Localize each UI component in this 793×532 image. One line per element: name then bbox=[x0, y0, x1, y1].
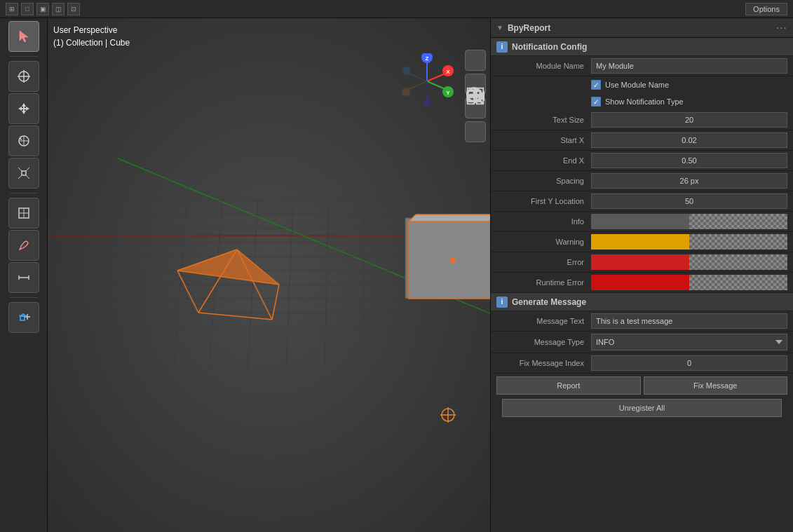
show-notification-type-label: Show Notification Type bbox=[605, 97, 684, 106]
message-type-row: Message Type INFO WARNING ERROR RUNTIME_… bbox=[491, 332, 793, 353]
unregister-all-button[interactable]: Unregister All bbox=[502, 399, 782, 417]
svg-point-89 bbox=[423, 98, 431, 107]
module-name-input[interactable] bbox=[591, 58, 787, 74]
layout-icon-4[interactable]: ⊡ bbox=[67, 3, 80, 15]
editor-type-icon[interactable]: ⊞ bbox=[6, 3, 18, 15]
select-tool-button[interactable] bbox=[8, 21, 39, 52]
svg-point-87 bbox=[402, 67, 410, 75]
nav-gizmo[interactable]: Z X Y bbox=[399, 53, 455, 109]
viewport[interactable]: User Perspective (1) Collection | Cube Z… bbox=[48, 18, 490, 532]
panel-title: BpyReport bbox=[508, 23, 550, 33]
cursor-tool-button[interactable] bbox=[8, 61, 39, 92]
module-name-row: Module Name bbox=[491, 56, 793, 76]
nav-gizmo-svg: Z X Y bbox=[399, 53, 455, 109]
start-x-input[interactable] bbox=[591, 132, 787, 148]
fix-message-index-label: Fix Message Index bbox=[496, 359, 591, 367]
grid-button[interactable] bbox=[465, 121, 486, 142]
start-x-row: Start X bbox=[491, 130, 793, 151]
svg-line-10 bbox=[18, 168, 22, 171]
layout-icon-3[interactable]: ◫ bbox=[52, 3, 65, 15]
generate-message-header[interactable]: i Generate Message bbox=[491, 293, 793, 311]
options-button[interactable]: Options bbox=[745, 3, 787, 15]
add-object-button[interactable] bbox=[8, 302, 39, 333]
module-name-label: Module Name bbox=[496, 62, 591, 70]
fix-message-index-input[interactable] bbox=[591, 355, 787, 371]
text-size-input[interactable] bbox=[591, 112, 787, 128]
info-color-row: Info bbox=[491, 212, 793, 232]
message-text-input[interactable] bbox=[591, 313, 787, 329]
first-y-label: First Y Location bbox=[496, 197, 591, 205]
svg-marker-65 bbox=[409, 221, 490, 299]
svg-line-86 bbox=[407, 73, 427, 81]
notification-config-icon: i bbox=[496, 41, 508, 53]
viewport-info: User Perspective (1) Collection | Cube bbox=[53, 24, 130, 49]
left-toolbar bbox=[0, 18, 48, 532]
svg-marker-66 bbox=[409, 214, 490, 221]
message-text-row: Message Text bbox=[491, 311, 793, 332]
end-x-input[interactable] bbox=[591, 153, 787, 168]
error-color-label: Error bbox=[496, 258, 591, 266]
perspective-label: User Perspective bbox=[53, 24, 130, 36]
runtime-error-color-label: Runtime Error bbox=[496, 278, 591, 287]
top-bar-icons: ⊞ □ ▣ ◫ ⊡ bbox=[6, 3, 80, 15]
spacing-row: Spacing bbox=[491, 171, 793, 191]
message-type-label: Message Type bbox=[496, 338, 591, 346]
svg-text:Y: Y bbox=[446, 90, 450, 96]
error-color-row: Error bbox=[491, 252, 793, 273]
main-area: User Perspective (1) Collection | Cube Z… bbox=[0, 18, 793, 532]
first-y-row: First Y Location bbox=[491, 191, 793, 212]
transform-tool-button[interactable] bbox=[8, 198, 39, 229]
svg-line-84 bbox=[407, 81, 427, 90]
use-module-name-checkbox[interactable]: ✓ bbox=[591, 80, 601, 90]
error-color-swatch[interactable] bbox=[591, 254, 787, 270]
runtime-error-color-row: Runtime Error bbox=[491, 273, 793, 293]
layout-icon-1[interactable]: □ bbox=[21, 3, 34, 15]
report-button[interactable]: Report bbox=[496, 376, 641, 395]
scale-tool-button[interactable] bbox=[8, 158, 39, 189]
top-bar: ⊞ □ ▣ ◫ ⊡ Options bbox=[0, 0, 793, 18]
viewport-right-tools bbox=[465, 50, 486, 142]
info-color-label: Info bbox=[496, 217, 591, 226]
rotate-tool-button[interactable] bbox=[8, 125, 39, 156]
collection-label: (1) Collection | Cube bbox=[53, 36, 130, 49]
spacing-input[interactable] bbox=[591, 173, 787, 189]
panel-header: ▼ BpyReport ··· bbox=[491, 18, 793, 38]
svg-line-13 bbox=[26, 175, 29, 179]
use-module-name-row: ✓ Use Module Name bbox=[491, 76, 793, 93]
runtime-error-color-swatch[interactable] bbox=[591, 275, 787, 290]
svg-rect-99 bbox=[477, 97, 483, 104]
panel-options-dots[interactable]: ··· bbox=[776, 22, 787, 34]
toolbar-separator-3 bbox=[10, 297, 38, 298]
fix-message-index-row: Fix Message Index bbox=[491, 353, 793, 374]
info-color-swatch[interactable] bbox=[591, 214, 787, 229]
first-y-input[interactable] bbox=[591, 193, 787, 209]
show-notification-type-checkbox[interactable]: ✓ bbox=[591, 97, 601, 107]
fix-message-button[interactable]: Fix Message bbox=[644, 376, 788, 395]
spacing-label: Spacing bbox=[496, 177, 591, 185]
text-size-label: Text Size bbox=[496, 116, 591, 124]
crosshair-indicator bbox=[440, 407, 456, 423]
measure-tool-button[interactable] bbox=[8, 262, 39, 293]
panel-collapse-icon[interactable]: ▼ bbox=[496, 24, 503, 32]
svg-point-68 bbox=[450, 257, 456, 263]
svg-marker-24 bbox=[20, 314, 26, 316]
annotate-tool-button[interactable] bbox=[8, 230, 39, 261]
move-tool-button[interactable] bbox=[8, 93, 39, 124]
notification-config-title: Notification Config bbox=[512, 42, 587, 52]
svg-rect-98 bbox=[468, 97, 474, 104]
message-type-select[interactable]: INFO WARNING ERROR RUNTIME_ERROR bbox=[591, 334, 787, 350]
message-text-label: Message Text bbox=[496, 317, 591, 325]
svg-text:X: X bbox=[446, 69, 450, 75]
generate-message-icon: i bbox=[496, 296, 508, 308]
svg-rect-9 bbox=[22, 171, 26, 175]
svg-line-12 bbox=[18, 175, 22, 179]
svg-line-25 bbox=[19, 315, 20, 316]
unregister-row: Unregister All bbox=[491, 397, 793, 423]
layout-icon-2[interactable]: ▣ bbox=[36, 3, 49, 15]
warning-color-swatch[interactable] bbox=[591, 234, 787, 250]
notification-config-header[interactable]: i Notification Config bbox=[491, 38, 793, 56]
generate-message-title: Generate Message bbox=[512, 297, 586, 307]
report-fix-row: Report Fix Message bbox=[491, 374, 793, 397]
warning-color-label: Warning bbox=[496, 238, 591, 246]
svg-text:Z: Z bbox=[426, 55, 429, 62]
